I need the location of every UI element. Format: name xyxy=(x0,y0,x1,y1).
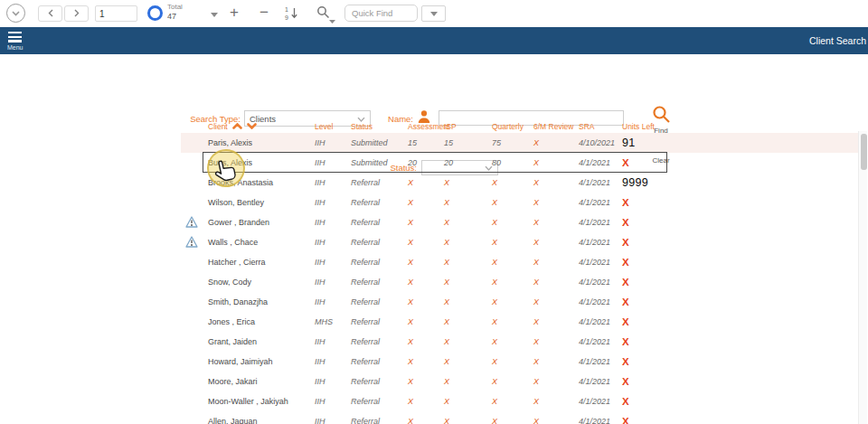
client-name-cell[interactable]: Allen, Jaquan xyxy=(206,417,313,424)
assessment-cell: X xyxy=(406,397,442,406)
client-table-body: Paris, Alexis IIH Submitted 15 15 75 X 4… xyxy=(181,133,858,424)
client-name-cell[interactable]: Brooks, Anastasia xyxy=(206,178,313,187)
status-cell: Referral xyxy=(349,357,406,366)
table-row[interactable]: Howard, Jaimiyah IIH Referral X X X X 4/… xyxy=(181,352,858,372)
sort-ascending-icon[interactable] xyxy=(232,122,242,131)
total-dropdown-caret-icon[interactable] xyxy=(211,10,218,19)
level-cell: IIH xyxy=(313,258,349,267)
client-name-cell[interactable]: Smith, Danazjha xyxy=(206,297,313,306)
quarterly-cell: X xyxy=(490,337,532,346)
sra-cell: 4/1/2021 xyxy=(577,278,620,287)
status-cell: Referral xyxy=(349,417,406,424)
table-row[interactable]: Brooks, Anastasia IIH Referral X X X X 4… xyxy=(181,173,858,193)
units-left-cell: X xyxy=(620,356,674,367)
client-name-cell[interactable]: Butts, Alexis xyxy=(206,158,313,167)
table-row[interactable]: Moore, Jakari IIH Referral X X X X 4/1/2… xyxy=(181,372,858,391)
quarterly-cell: X xyxy=(490,357,532,366)
status-cell: Referral xyxy=(349,238,406,247)
hamburger-menu-icon[interactable] xyxy=(8,32,22,44)
client-name-cell[interactable]: Jones , Erica xyxy=(206,317,313,326)
assessment-cell: X xyxy=(406,218,442,227)
quick-find-input[interactable] xyxy=(344,5,418,22)
isp-cell: X xyxy=(442,417,490,424)
table-row[interactable]: Jones , Erica MHS Referral X X X X 4/1/2… xyxy=(181,312,858,332)
table-row[interactable]: Gower , Branden IIH Referral X X X X 4/1… xyxy=(181,212,858,232)
units-left-cell: X xyxy=(620,257,674,268)
client-name-cell[interactable]: Snow, Cody xyxy=(206,278,313,287)
6m-review-cell: X xyxy=(532,297,577,306)
client-name-cell[interactable]: Moore, Jakari xyxy=(206,377,313,386)
sra-cell: 4/1/2021 xyxy=(577,417,620,424)
6m-review-cell: X xyxy=(532,238,577,247)
table-row[interactable]: Paris, Alexis IIH Submitted 15 15 75 X 4… xyxy=(181,133,858,153)
status-cell: Referral xyxy=(349,258,406,267)
menu-label: Menu xyxy=(7,44,24,51)
client-name-cell[interactable]: Walls , Chace xyxy=(206,238,313,247)
sra-cell: 4/1/2021 xyxy=(577,238,620,247)
table-row[interactable]: Smith, Danazjha IIH Referral X X X X 4/1… xyxy=(181,292,858,312)
quarterly-cell: X xyxy=(490,218,532,227)
assessment-cell: X xyxy=(406,417,442,424)
next-record-button[interactable] xyxy=(64,5,89,22)
units-left-cell: X xyxy=(620,396,674,407)
chevron-left-icon xyxy=(48,9,53,19)
table-row[interactable]: Butts, Alexis IIH Submitted 20 20 80 X 4… xyxy=(181,153,858,173)
vertical-scrollbar[interactable] xyxy=(858,131,867,424)
isp-cell: X xyxy=(442,377,490,386)
quarterly-cell: X xyxy=(490,238,532,247)
column-header-status: Status xyxy=(349,122,406,131)
quarterly-cell: X xyxy=(490,377,532,386)
6m-review-cell: X xyxy=(532,397,577,406)
client-name-cell[interactable]: Gower , Branden xyxy=(206,218,313,227)
client-name-cell[interactable]: Paris, Alexis xyxy=(206,138,313,147)
status-cell: Referral xyxy=(349,397,406,406)
level-cell: IIH xyxy=(313,218,349,227)
client-name-cell[interactable]: Howard, Jaimiyah xyxy=(206,357,313,366)
record-total: Total 47 xyxy=(167,3,183,21)
6m-review-cell: X xyxy=(532,138,577,147)
sort-icon[interactable]: 19 xyxy=(284,5,299,23)
collapse-toolbar-button[interactable] xyxy=(6,4,25,23)
table-row[interactable]: Snow, Cody IIH Referral X X X X 4/1/2021… xyxy=(181,272,858,292)
units-left-cell: X xyxy=(620,237,674,248)
sort-descending-icon[interactable] xyxy=(247,122,257,131)
quarterly-cell: X xyxy=(490,297,532,306)
previous-record-button[interactable] xyxy=(38,5,62,22)
client-name-cell[interactable]: Grant, Jaiden xyxy=(206,337,313,346)
record-number-input[interactable] xyxy=(95,5,137,22)
sra-cell: 4/1/2021 xyxy=(577,178,620,187)
client-name-cell[interactable]: Wilson, Bentley xyxy=(206,198,313,207)
scrollbar-thumb[interactable] xyxy=(861,134,867,170)
assessment-cell: X xyxy=(406,337,442,346)
column-header-client[interactable]: Client xyxy=(206,122,313,131)
table-row[interactable]: Hatcher , Cierra IIH Referral X X X X 4/… xyxy=(181,252,858,272)
6m-review-cell: X xyxy=(532,278,577,287)
sra-cell: 4/10/2021 xyxy=(577,138,620,147)
assessment-cell: X xyxy=(406,238,442,247)
zoom-out-button[interactable]: − xyxy=(254,1,274,24)
status-cell: Referral xyxy=(349,317,406,326)
table-row[interactable]: Wilson, Bentley IIH Referral X X X X 4/1… xyxy=(181,193,858,212)
level-cell: IIH xyxy=(313,297,349,306)
column-header-units-left: Units Left xyxy=(620,122,674,131)
isp-cell: X xyxy=(442,357,490,366)
table-row[interactable]: Moon-Waller , Jakiyah IIH Referral X X X… xyxy=(181,391,858,411)
6m-review-cell: X xyxy=(532,417,577,424)
quarterly-cell: 75 xyxy=(490,138,532,147)
search-icon[interactable] xyxy=(316,5,330,21)
isp-cell: X xyxy=(442,178,490,187)
column-header-quarterly: Quarterly xyxy=(490,122,532,131)
table-row[interactable]: Grant, Jaiden IIH Referral X X X X 4/1/2… xyxy=(181,332,858,352)
client-name-cell[interactable]: Hatcher , Cierra xyxy=(206,258,313,267)
isp-cell: X xyxy=(442,258,490,267)
warning-icon xyxy=(185,216,198,230)
isp-cell: X xyxy=(442,238,490,247)
sra-cell: 4/1/2021 xyxy=(577,258,620,267)
quick-find-field-select[interactable] xyxy=(421,5,446,22)
search-dropdown-caret-icon[interactable] xyxy=(329,16,335,25)
table-row[interactable]: Walls , Chace IIH Referral X X X X 4/1/2… xyxy=(181,232,858,252)
zoom-in-button[interactable]: + xyxy=(224,1,244,24)
level-cell: IIH xyxy=(313,138,349,147)
table-row[interactable]: Allen, Jaquan IIH Referral X X X X 4/1/2… xyxy=(181,411,858,424)
client-name-cell[interactable]: Moon-Waller , Jakiyah xyxy=(206,397,313,406)
